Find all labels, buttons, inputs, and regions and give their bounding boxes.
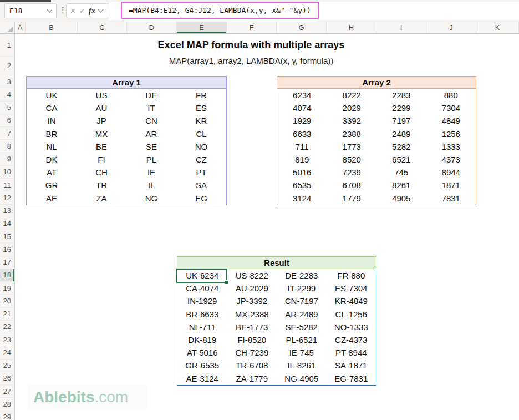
row-header-12[interactable]: 12: [0, 191, 14, 204]
row-header-15[interactable]: 15: [0, 230, 14, 243]
cell[interactable]: CN-7197: [277, 295, 327, 307]
cell[interactable]: CN: [126, 114, 176, 127]
cell[interactable]: IN: [27, 114, 77, 127]
cell[interactable]: FI-8520: [227, 333, 277, 346]
cell[interactable]: SA-1871: [327, 359, 376, 372]
cell[interactable]: CL: [176, 128, 226, 140]
cell[interactable]: 880: [426, 89, 476, 102]
row-header-23[interactable]: 23: [0, 333, 14, 346]
row-header-29[interactable]: 29: [0, 411, 14, 420]
cell[interactable]: AR: [126, 128, 176, 140]
column-header-C[interactable]: C: [78, 22, 127, 33]
column-header-F[interactable]: F: [227, 22, 277, 33]
cell[interactable]: DE: [126, 89, 176, 102]
cell[interactable]: PL-6521: [277, 333, 327, 346]
cell[interactable]: 6234: [277, 89, 327, 102]
cell[interactable]: EG-7831: [327, 372, 376, 385]
column-header-J[interactable]: J: [426, 22, 476, 33]
cell[interactable]: PT: [176, 166, 226, 179]
cell[interactable]: US-8222: [227, 269, 277, 282]
cell[interactable]: 7239: [327, 166, 377, 179]
worksheet[interactable]: Excel MAP formula with multiple arrays M…: [15, 34, 519, 420]
cancel-icon[interactable]: ✕: [70, 7, 76, 15]
cell[interactable]: FR-880: [327, 269, 376, 282]
cell[interactable]: 5016: [277, 166, 327, 179]
row-header-16[interactable]: 16: [0, 243, 14, 256]
cell[interactable]: KR-4849: [327, 295, 376, 307]
cell[interactable]: CA-4074: [177, 282, 227, 295]
row-header-24[interactable]: 24: [0, 346, 14, 359]
cell[interactable]: 2283: [376, 89, 426, 102]
row-header-8[interactable]: 8: [0, 140, 14, 153]
chevron-down-icon[interactable]: [98, 7, 104, 13]
row-header-11[interactable]: 11: [0, 179, 14, 191]
cell[interactable]: NL-711: [177, 321, 227, 333]
cell[interactable]: NL: [27, 140, 77, 153]
row-header-26[interactable]: 26: [0, 372, 14, 385]
cell[interactable]: IE-745: [277, 346, 327, 359]
cell[interactable]: IT: [126, 102, 176, 114]
column-header-E[interactable]: E: [177, 22, 227, 33]
row-header-18[interactable]: 18: [0, 269, 14, 282]
cell[interactable]: 7197: [376, 114, 426, 127]
cell[interactable]: 6521: [376, 153, 426, 166]
row-header-4[interactable]: 4: [0, 88, 14, 101]
cell[interactable]: PT-8944: [327, 346, 376, 359]
cell[interactable]: CA: [27, 102, 77, 114]
cell[interactable]: BE-1773: [227, 321, 277, 333]
cell[interactable]: CH-7239: [227, 346, 277, 359]
cell[interactable]: 6535: [277, 179, 327, 191]
cell[interactable]: 4849: [426, 114, 476, 127]
cell[interactable]: TR: [77, 179, 126, 191]
select-all-corner[interactable]: [0, 22, 15, 33]
enter-icon[interactable]: ✓: [79, 7, 85, 15]
cell[interactable]: 1779: [327, 192, 377, 205]
column-header-B[interactable]: B: [26, 22, 78, 33]
array1-header[interactable]: Array 1: [26, 76, 227, 89]
column-header-I[interactable]: I: [376, 22, 426, 33]
cell[interactable]: AR-2489: [277, 308, 327, 321]
column-header-A[interactable]: A: [15, 22, 26, 33]
cell[interactable]: MX-2388: [227, 308, 277, 321]
cell[interactable]: AT: [27, 166, 77, 179]
row-header-10[interactable]: 10: [0, 166, 14, 179]
cell[interactable]: SE: [126, 140, 176, 153]
column-header-G[interactable]: G: [277, 22, 327, 33]
cell[interactable]: 1929: [277, 114, 327, 127]
cell[interactable]: SA: [176, 179, 226, 191]
row-header-9[interactable]: 9: [0, 153, 14, 166]
row-header-14[interactable]: 14: [0, 217, 14, 230]
cell[interactable]: 2489: [376, 128, 426, 140]
row-header-21[interactable]: 21: [0, 308, 14, 321]
row-header-5[interactable]: 5: [0, 102, 14, 114]
selected-cell-outline[interactable]: [176, 269, 227, 283]
cell[interactable]: PL: [126, 153, 176, 166]
cell[interactable]: BR-6633: [177, 308, 227, 321]
cell[interactable]: 7304: [426, 102, 476, 114]
cell[interactable]: MX: [77, 128, 126, 140]
cell[interactable]: JP-3392: [227, 295, 277, 307]
cell[interactable]: IL: [126, 179, 176, 191]
cell[interactable]: IT-2299: [277, 282, 327, 295]
cell[interactable]: 6708: [327, 179, 377, 191]
cell[interactable]: JP: [77, 114, 126, 127]
row-header-2[interactable]: 2: [0, 57, 14, 75]
cell[interactable]: US: [77, 89, 126, 102]
cell[interactable]: 7831: [426, 192, 476, 205]
row-header-3[interactable]: 3: [0, 75, 14, 88]
cell[interactable]: NO-1333: [327, 321, 376, 333]
row-header-17[interactable]: 17: [0, 256, 14, 269]
cell[interactable]: 6633: [277, 128, 327, 140]
cell[interactable]: 4905: [376, 192, 426, 205]
column-header-H[interactable]: H: [327, 22, 376, 33]
cell[interactable]: 3392: [327, 114, 377, 127]
cell[interactable]: 711: [277, 140, 327, 153]
cell[interactable]: DK-819: [177, 333, 227, 346]
cell[interactable]: 1256: [426, 128, 476, 140]
cell[interactable]: FR: [176, 89, 226, 102]
row-header-13[interactable]: 13: [0, 205, 14, 217]
cell[interactable]: DE-2283: [277, 269, 327, 282]
column-header-K[interactable]: K: [476, 22, 519, 33]
column-header-D[interactable]: D: [127, 22, 177, 33]
cell[interactable]: ZA: [77, 192, 126, 205]
